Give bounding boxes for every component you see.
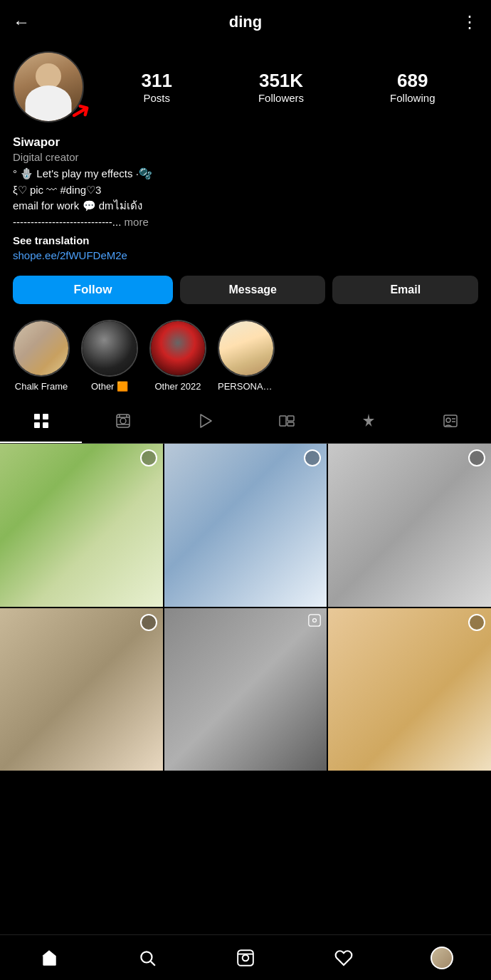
nav-reels[interactable] (228, 941, 263, 975)
highlight-other2022[interactable]: Other 2022 (149, 320, 206, 392)
top-nav: ← ding ⋮ (0, 0, 491, 44)
see-translation-button[interactable]: See translation (13, 234, 478, 246)
photo-grid (0, 444, 491, 771)
follow-button[interactable]: Follow (13, 276, 173, 304)
highlight-label-other2022: Other 2022 (154, 381, 201, 392)
highlight-personal[interactable]: PERSONAL C... (218, 320, 275, 392)
grid-icon (33, 413, 49, 433)
grid-cell-6[interactable] (328, 608, 491, 771)
nav-home[interactable] (32, 941, 66, 975)
bio-section: Siwapor Digital creator ° 🪬 Let's play m… (0, 131, 491, 269)
svg-point-20 (313, 618, 317, 622)
stat-following[interactable]: 689 Following (390, 70, 435, 104)
followers-count: 351K (259, 70, 303, 92)
svg-rect-12 (287, 416, 294, 421)
svg-point-16 (446, 418, 450, 422)
avatar-wrap: ➜ (13, 51, 84, 123)
svg-point-24 (243, 954, 249, 961)
followers-label: Followers (258, 92, 304, 104)
nav-likes[interactable] (327, 941, 361, 975)
bio-line1: ° 🪬 Let's play my effects ·🫧 (13, 166, 478, 182)
profile-link[interactable]: shope.ee/2fWUFDeM2e (13, 249, 478, 261)
tab-effects[interactable] (327, 403, 409, 443)
grid-cell-1[interactable] (0, 444, 163, 607)
back-button[interactable]: ← (13, 12, 30, 32)
tabs-bar (0, 403, 491, 444)
bottom-nav (0, 934, 491, 980)
highlight-chalk-frame[interactable]: Chalk Frame (13, 320, 70, 392)
bottom-avatar (431, 947, 453, 969)
svg-rect-2 (34, 422, 40, 428)
svg-marker-14 (363, 414, 374, 427)
highlight-label-other: Other 🟧 (91, 381, 128, 392)
stat-followers[interactable]: 351K Followers (258, 70, 304, 104)
svg-point-21 (141, 952, 152, 962)
profile-card-icon (443, 413, 458, 433)
svg-rect-13 (287, 422, 294, 426)
tab-profile-card[interactable] (409, 403, 491, 443)
bio-line4: ----------------------------... more (13, 214, 478, 231)
action-buttons: Follow Message Email (0, 269, 491, 316)
following-label: Following (390, 92, 435, 104)
tab-reels[interactable] (82, 403, 164, 443)
nav-profile[interactable] (425, 941, 459, 975)
svg-line-22 (151, 961, 155, 965)
bio-line2: ξ♡ pic 〰 #ding♡3 (13, 182, 478, 199)
profile-username: ding (229, 13, 262, 31)
tab-tagged[interactable] (246, 403, 327, 443)
profile-role: Digital creator (13, 151, 478, 163)
svg-rect-3 (43, 422, 48, 428)
select-circle-2 (304, 449, 321, 466)
svg-rect-1 (43, 414, 48, 419)
tagged-icon (279, 413, 295, 433)
email-button[interactable]: Email (332, 276, 478, 304)
effects-icon (361, 413, 376, 433)
select-circle-4 (140, 614, 157, 631)
play-icon (197, 413, 213, 433)
more-button[interactable]: ⋮ (461, 12, 478, 32)
grid-cell-5[interactable] (164, 608, 327, 771)
bio-line3: email for work 💬 dmไม่เด้ง (13, 198, 478, 214)
svg-rect-0 (34, 414, 40, 419)
red-arrow-indicator: ➜ (65, 95, 96, 127)
svg-rect-4 (117, 415, 130, 427)
grid-cell-3[interactable] (328, 444, 491, 607)
profile-header: ➜ 311 Posts 351K Followers 689 Following (0, 44, 491, 131)
posts-count: 311 (142, 70, 172, 92)
grid-cell-4[interactable] (0, 608, 163, 771)
posts-label: Posts (143, 92, 170, 104)
message-button[interactable]: Message (180, 276, 326, 304)
highlight-label-chalk: Chalk Frame (15, 381, 68, 392)
highlight-circle-chalk (13, 320, 70, 377)
select-circle-3 (468, 449, 485, 466)
highlights-section: Chalk Frame Other 🟧 Other 2022 PERSONAL … (0, 316, 491, 403)
select-circle-1 (140, 449, 157, 466)
select-circle-6 (468, 614, 485, 631)
reels-icon (115, 413, 131, 433)
svg-marker-10 (201, 415, 211, 427)
nav-search[interactable] (130, 941, 164, 975)
bio-more-button[interactable]: more (125, 216, 149, 228)
svg-rect-11 (280, 416, 286, 426)
tab-video[interactable] (164, 403, 246, 443)
stat-posts[interactable]: 311 Posts (142, 70, 172, 104)
highlight-circle-other (81, 320, 138, 377)
profile-name: Siwapor (13, 135, 478, 150)
following-count: 689 (397, 70, 428, 92)
grid-cell-2[interactable] (164, 444, 327, 607)
stats-section: 311 Posts 351K Followers 689 Following (98, 70, 478, 104)
highlight-other[interactable]: Other 🟧 (81, 320, 138, 392)
highlight-label-personal: PERSONAL C... (218, 381, 275, 392)
svg-rect-19 (309, 614, 320, 625)
svg-point-5 (120, 418, 126, 424)
highlight-circle-other2022 (149, 320, 206, 377)
reel-icon-5 (308, 614, 321, 630)
svg-rect-23 (238, 950, 253, 966)
tab-grid[interactable] (0, 403, 82, 443)
highlight-circle-personal (218, 320, 275, 377)
